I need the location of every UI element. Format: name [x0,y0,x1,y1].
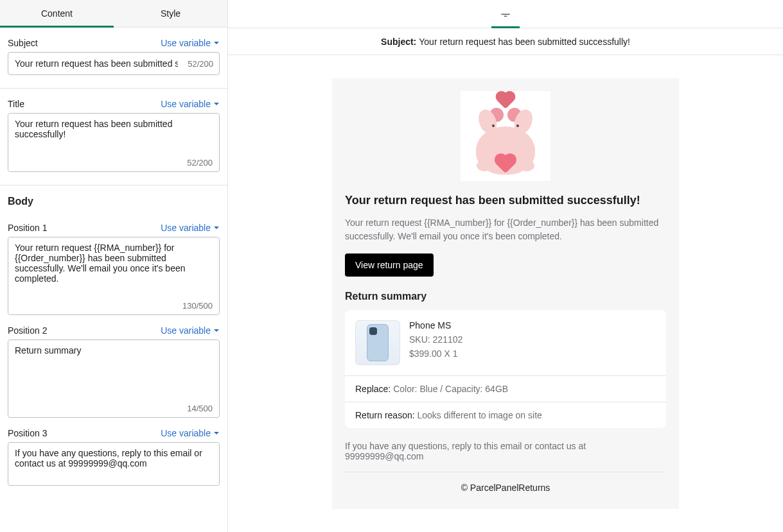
caret-down-icon [213,225,220,231]
title-label: Title [8,99,24,109]
position1-input[interactable] [8,237,219,314]
use-variable-label: Use variable [161,325,211,336]
product-row: Phone MS SKU: 221102 $399.00 X 1 [345,310,666,375]
body-heading: Body [8,196,220,207]
replace-label: Replace: [355,384,391,394]
bunny-illustration [470,98,541,175]
tab-content[interactable]: Content [0,0,114,27]
view-return-page-button[interactable]: View return page [345,253,434,277]
position3-input[interactable] [8,443,219,485]
footer-note: If you have any questions, reply to this… [345,441,666,472]
position1-block: Position 1 Use variable 130/500 [8,223,220,315]
preview-intro: Your return request {{RMA_number}} for {… [345,216,666,243]
use-variable-label: Use variable [161,38,211,48]
tab-style[interactable]: Style [114,0,227,27]
use-variable-label: Use variable [161,223,211,233]
use-variable-subject[interactable]: Use variable [161,38,220,48]
reason-label: Return reason: [355,410,415,420]
use-variable-title[interactable]: Use variable [161,99,220,109]
desktop-icon [500,7,511,19]
preview-subject-label: Subject: [381,37,416,47]
title-input[interactable] [8,114,219,171]
sidebar-tabs: Content Style [0,0,227,28]
preview-canvas: Your return request has been submitted s… [228,55,783,532]
device-toggle-bar [228,0,783,28]
subject-input[interactable] [8,52,220,75]
preview-subject-text: Your return request has been submitted s… [419,37,630,47]
product-image [355,320,400,365]
email-logo [461,91,550,181]
caret-down-icon [213,40,220,46]
preview-subject-bar: Subject: Your return request has been su… [228,28,783,55]
product-price: $399.00 X 1 [409,348,462,359]
use-variable-pos1[interactable]: Use variable [161,223,220,233]
subject-section: Subject Use variable 52/200 [0,28,227,89]
desktop-preview-tab[interactable] [491,0,520,28]
position3-label: Position 3 [8,428,47,438]
email-preview-pane: Subject: Your return request has been su… [228,0,783,532]
email-frame: Your return request has been submitted s… [332,78,679,509]
preview-title: Your return request has been submitted s… [345,194,666,207]
copyright: © ParcelPanelReturns [345,483,666,493]
position2-label: Position 2 [8,325,47,336]
product-sku: SKU: 221102 [409,334,462,345]
phone-icon [367,324,389,361]
replace-row: Replace: Color: Blue / Capacity: 64GB [345,375,666,402]
use-variable-pos2[interactable]: Use variable [161,325,220,336]
use-variable-pos3[interactable]: Use variable [161,428,220,438]
body-section: Body [0,185,227,223]
product-name: Phone MS [409,320,462,330]
use-variable-label: Use variable [161,99,211,109]
editor-sidebar: Content Style Subject Use variable 52/20… [0,0,228,532]
use-variable-label: Use variable [161,428,211,438]
subject-label: Subject [8,38,38,48]
caret-down-icon [213,327,220,334]
caret-down-icon [213,101,220,107]
position2-input[interactable] [8,340,219,417]
reason-row: Return reason: Looks different to image … [345,402,666,428]
replace-value: Color: Blue / Capacity: 64GB [393,384,508,394]
position1-label: Position 1 [8,223,47,233]
return-summary-card: Phone MS SKU: 221102 $399.00 X 1 Replace… [345,310,666,428]
body-fields: Position 1 Use variable 130/500 Position… [0,223,227,499]
position3-block: Position 3 Use variable [8,428,220,486]
position2-block: Position 2 Use variable 14/500 [8,325,220,418]
title-section: Title Use variable 52/200 [0,89,227,185]
return-summary-heading: Return summary [345,291,666,302]
reason-value: Looks different to image on site [418,410,542,420]
caret-down-icon [213,430,220,436]
